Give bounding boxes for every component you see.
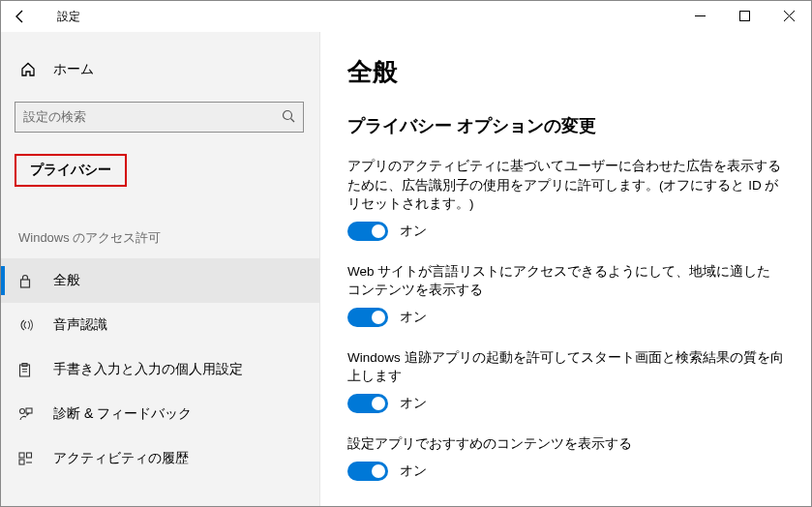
setting-suggested-content: 設定アプリでおすすめのコンテンツを表示する オン [347, 434, 784, 481]
setting-description: 設定アプリでおすすめのコンテンツを表示する [347, 434, 784, 454]
toggle-advertising-id[interactable] [347, 222, 388, 241]
sidebar-item-label: 全般 [53, 272, 80, 289]
home-icon [20, 62, 42, 77]
setting-app-tracking: Windows 追跡アプリの起動を許可してスタート画面と検索結果の質を向上します… [347, 348, 784, 413]
toggle-suggested-content[interactable] [347, 462, 388, 481]
sidebar: ホーム 設定の検索 プライバシー Windows のアクセス許可 全般 音声認識 [1, 32, 320, 506]
svg-rect-14 [19, 460, 24, 464]
feedback-icon [18, 407, 38, 421]
svg-rect-6 [21, 280, 30, 287]
toggle-state-label: オン [400, 223, 427, 240]
svg-rect-15 [27, 453, 32, 458]
category-label: プライバシー [15, 154, 127, 187]
svg-rect-13 [19, 453, 24, 458]
toggle-state-label: オン [400, 395, 427, 412]
lock-icon [18, 274, 38, 288]
setting-description: Web サイトが言語リストにアクセスできるようにして、地域に適したコンテンツを表… [347, 262, 784, 300]
page-title: 全般 [347, 55, 784, 89]
toggle-app-tracking[interactable] [347, 394, 388, 413]
sidebar-item-label: 手書き入力と入力の個人用設定 [53, 361, 243, 378]
sidebar-item-general[interactable]: 全般 [1, 258, 319, 303]
sidebar-item-voice[interactable]: 音声認識 [1, 303, 319, 347]
svg-line-5 [291, 118, 295, 122]
maximize-button[interactable] [722, 1, 767, 30]
sidebar-item-handwriting[interactable]: 手書き入力と入力の個人用設定 [1, 347, 319, 392]
close-button[interactable] [767, 1, 811, 30]
search-input[interactable]: 設定の検索 [15, 102, 304, 133]
permissions-heading: Windows のアクセス許可 [18, 229, 319, 247]
toggle-state-label: オン [400, 462, 427, 480]
toggle-state-label: オン [400, 309, 427, 326]
search-icon [282, 109, 295, 126]
back-button[interactable] [1, 1, 40, 32]
sidebar-item-activity[interactable]: アクティビティの履歴 [1, 436, 319, 481]
sidebar-item-diagnostics[interactable]: 診断 & フィードバック [1, 392, 319, 436]
timeline-icon [18, 452, 38, 465]
search-placeholder: 設定の検索 [23, 108, 282, 126]
setting-description: Windows 追跡アプリの起動を許可してスタート画面と検索結果の質を向上します [347, 348, 784, 386]
content-area: 全般 プライバシー オプションの変更 アプリのアクティビティに基づいてユーザーに… [320, 32, 811, 506]
svg-rect-1 [739, 11, 749, 20]
setting-advertising-id: アプリのアクティビティに基づいてユーザーに合わせた広告を表示するために、広告識別… [347, 157, 784, 241]
home-label: ホーム [53, 61, 94, 78]
setting-language-list: Web サイトが言語リストにアクセスできるようにして、地域に適したコンテンツを表… [347, 262, 784, 327]
sidebar-item-label: アクティビティの履歴 [53, 450, 189, 467]
sound-icon [18, 318, 38, 332]
clipboard-icon [18, 363, 38, 377]
svg-point-11 [20, 409, 25, 414]
window-title: 設定 [57, 9, 80, 25]
sidebar-item-label: 音声認識 [53, 316, 107, 334]
toggle-language-list[interactable] [347, 308, 388, 327]
home-nav[interactable]: ホーム [1, 55, 319, 88]
sidebar-item-label: 診断 & フィードバック [53, 405, 192, 423]
minimize-button[interactable] [677, 1, 722, 30]
svg-point-4 [284, 110, 292, 119]
section-subtitle: プライバシー オプションの変更 [347, 114, 784, 137]
svg-rect-12 [26, 408, 32, 413]
setting-description: アプリのアクティビティに基づいてユーザーに合わせた広告を表示するために、広告識別… [347, 157, 784, 214]
